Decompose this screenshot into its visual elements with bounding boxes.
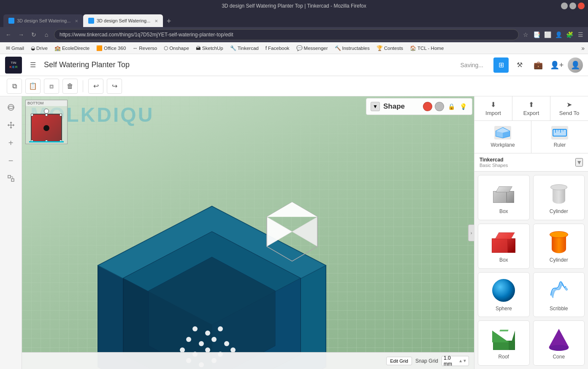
avatar[interactable]: 👤 [568, 57, 583, 73]
new-tab-button[interactable]: + [163, 15, 175, 27]
tab2-close-icon[interactable]: × [154, 18, 158, 24]
canvas-area[interactable]: MOLKDIQU BOTTOM [22, 96, 474, 369]
ruler-button[interactable]: Ruler [531, 121, 588, 153]
shape-item-sphere[interactable]: Sphere [478, 272, 530, 317]
svg-marker-28 [292, 217, 317, 246]
duplicate-button[interactable]: ⧈ [44, 79, 59, 94]
shape-item-roof[interactable]: Roof [478, 320, 530, 366]
shape-item-box-gray-top[interactable]: Box [478, 175, 530, 220]
workplane-button[interactable]: Workplane [474, 121, 531, 153]
send-to-button[interactable]: ➤ Send To [550, 96, 588, 120]
star-icon[interactable]: ☆ [521, 30, 530, 39]
briefcase-button[interactable]: 💼 [531, 57, 546, 73]
list-view-button[interactable]: ⚒ [512, 57, 527, 73]
add-person-button[interactable]: 👤+ [549, 57, 564, 73]
fit-to-view-tool[interactable] [3, 171, 19, 186]
edit-grid-button[interactable]: Edit Grid [386, 357, 412, 365]
shape-item-cone[interactable]: Cone [533, 320, 585, 366]
zoom-out-icon: − [8, 156, 14, 166]
window-controls [561, 3, 585, 9]
bookmark-office360[interactable]: 🟧 Office 360 [94, 44, 128, 52]
panel-collapse-arrow[interactable]: › [468, 224, 474, 241]
shape-panel-collapse-button[interactable]: ▼ [371, 102, 380, 111]
home-button[interactable]: ⌂ [41, 30, 51, 40]
copy-button[interactable]: ⧉ [7, 79, 22, 94]
browser-tab-2[interactable]: 3D design Self Watering... × [83, 14, 163, 27]
undo-button[interactable]: ↩ [88, 79, 103, 94]
lock-icon[interactable]: 🔒 [447, 102, 456, 111]
selected-shape[interactable] [31, 114, 62, 142]
bookmark-reverso[interactable]: ↔ Reverso [130, 44, 160, 52]
minimize-button[interactable] [561, 3, 568, 9]
mini-viewport-label: BOTTOM [26, 100, 67, 106]
handle-tl[interactable] [31, 114, 33, 116]
svg-point-17 [211, 337, 217, 342]
svg-point-13 [205, 331, 210, 336]
paste-button[interactable]: 📋 [25, 79, 41, 94]
import-button[interactable]: ⬇ Import [474, 96, 512, 120]
browser-tab-1[interactable]: 3D design Self Watering... × [3, 14, 83, 27]
office360-icon: 🟧 [96, 45, 103, 51]
window-icon[interactable]: ⬜ [543, 30, 552, 39]
redo-button[interactable]: ↪ [107, 79, 122, 94]
maximize-button[interactable] [569, 3, 576, 9]
shape-item-box-red[interactable]: Box [478, 224, 530, 269]
delete-button[interactable]: 🗑 [62, 79, 78, 94]
category-dropdown-arrow[interactable]: ▼ [575, 158, 583, 167]
close-button[interactable] [578, 3, 585, 9]
shape-item-cylinder-gray-top[interactable]: Cylinder [533, 175, 585, 220]
svg-point-16 [199, 341, 204, 346]
hamburger-button[interactable]: ☰ [27, 59, 39, 71]
zoom-in-tool[interactable]: + [3, 135, 19, 150]
logo-top: TIN [11, 61, 16, 65]
bookmark-icon[interactable]: 📑 [532, 30, 541, 39]
refresh-button[interactable]: ↻ [29, 30, 39, 40]
tab1-close-icon[interactable]: × [75, 18, 78, 24]
pan-tool[interactable] [3, 118, 19, 133]
bookmark-tcl-label: TCL - Home [417, 46, 444, 51]
bookmarks-more-button[interactable]: » [581, 45, 585, 52]
back-button[interactable]: ← [3, 30, 14, 40]
visibility-icon[interactable]: 💡 [458, 102, 468, 111]
menu-icon[interactable]: ☰ [576, 30, 585, 39]
export-button[interactable]: ⬆ Export [512, 96, 550, 120]
bookmark-onshape[interactable]: ⬡ Onshape [161, 44, 192, 52]
profile-icon[interactable]: 👤 [554, 30, 563, 39]
tab2-favicon [88, 18, 94, 24]
zoom-out-tool[interactable]: − [3, 153, 19, 168]
scribble-svg [547, 279, 570, 302]
shape-item-scribble[interactable]: Scribble [533, 272, 585, 317]
box-red-img [489, 229, 518, 254]
send-to-label: Send To [559, 110, 579, 116]
tab-bar: 3D design Self Watering... × 3D design S… [0, 12, 588, 27]
color-swatch-gray[interactable] [435, 102, 444, 111]
handle-tr[interactable] [60, 114, 62, 116]
extensions-icon[interactable]: 🧩 [565, 30, 574, 39]
import-icon: ⬇ [490, 101, 496, 109]
color-swatch-red[interactable] [423, 102, 432, 111]
shape-item-cylinder-orange[interactable]: Cylinder [533, 224, 585, 269]
app-header: TIN K E R ☰ Self Watering Planter Top Sa… [0, 54, 588, 76]
bookmark-contests[interactable]: 🏆 Contests [374, 44, 406, 52]
snap-stepper-icon[interactable]: ▲▼ [458, 358, 467, 363]
bookmark-office360-label: Office 360 [104, 46, 126, 51]
bookmark-instructables[interactable]: 🔨 Instructables [332, 44, 372, 52]
bookmark-sketchup[interactable]: 🏔 SketchUp [193, 44, 226, 52]
instructables-icon: 🔨 [335, 45, 341, 51]
bookmark-gmail[interactable]: ✉ Gmail [3, 44, 27, 52]
snap-value-input[interactable]: 1.0 mm ▲▼ [442, 356, 469, 366]
bookmark-facebook[interactable]: f Facebook [263, 44, 292, 52]
undo-icon: ↩ [93, 82, 99, 90]
bookmark-tinkercad[interactable]: 🔧 Tinkercad [228, 44, 261, 52]
bookmark-ecoledirecte[interactable]: 🏫 EcoleDirecte [52, 44, 92, 52]
bookmark-drive[interactable]: ◒ Drive [28, 44, 50, 52]
logo-k: K [10, 65, 12, 69]
bookmark-tcl[interactable]: 🏠 TCL - Home [407, 44, 446, 52]
grid-view-button[interactable]: ⊞ [493, 57, 509, 73]
orbit-tool[interactable] [3, 100, 19, 115]
bookmark-messenger[interactable]: 💬 Messenger [294, 44, 331, 52]
handle-tm[interactable] [45, 114, 48, 116]
address-input[interactable] [54, 29, 519, 40]
rotation-handle[interactable] [44, 109, 49, 114]
forward-button[interactable]: → [16, 30, 26, 40]
